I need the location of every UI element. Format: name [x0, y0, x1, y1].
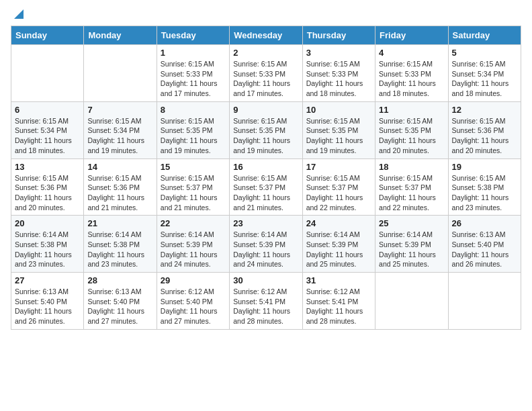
day-info: Sunrise: 6:14 AM Sunset: 5:38 PM Dayligh…	[87, 230, 152, 269]
calendar-cell: 31Sunrise: 6:12 AM Sunset: 5:41 PM Dayli…	[302, 273, 375, 330]
calendar-cell: 19Sunrise: 6:15 AM Sunset: 5:38 PM Dayli…	[448, 158, 521, 216]
calendar-cell: 14Sunrise: 6:15 AM Sunset: 5:36 PM Dayli…	[84, 158, 157, 216]
calendar-cell: 13Sunrise: 6:15 AM Sunset: 5:36 PM Dayli…	[11, 158, 84, 216]
day-number: 18	[379, 162, 444, 172]
day-info: Sunrise: 6:15 AM Sunset: 5:36 PM Dayligh…	[15, 173, 80, 213]
day-number: 2	[233, 48, 298, 58]
calendar-cell	[448, 273, 521, 330]
day-number: 1	[161, 48, 226, 58]
day-number: 19	[452, 162, 517, 172]
day-number: 14	[87, 162, 152, 172]
calendar-week-1: 1Sunrise: 6:15 AM Sunset: 5:33 PM Daylig…	[11, 45, 521, 102]
calendar-cell: 11Sunrise: 6:15 AM Sunset: 5:35 PM Dayli…	[375, 101, 448, 158]
day-number: 27	[15, 275, 80, 285]
day-number: 21	[87, 218, 152, 228]
logo	[11, 11, 24, 20]
day-number: 5	[452, 48, 517, 58]
calendar-cell: 18Sunrise: 6:15 AM Sunset: 5:37 PM Dayli…	[375, 158, 448, 216]
day-info: Sunrise: 6:15 AM Sunset: 5:33 PM Dayligh…	[306, 59, 371, 99]
calendar-cell: 1Sunrise: 6:15 AM Sunset: 5:33 PM Daylig…	[157, 45, 229, 102]
day-info: Sunrise: 6:15 AM Sunset: 5:35 PM Dayligh…	[379, 116, 444, 156]
calendar-cell: 4Sunrise: 6:15 AM Sunset: 5:33 PM Daylig…	[375, 45, 448, 102]
day-info: Sunrise: 6:15 AM Sunset: 5:34 PM Dayligh…	[87, 116, 152, 156]
calendar-cell: 8Sunrise: 6:15 AM Sunset: 5:35 PM Daylig…	[157, 101, 229, 158]
day-info: Sunrise: 6:15 AM Sunset: 5:35 PM Dayligh…	[161, 116, 226, 156]
calendar-header-row: SundayMondayTuesdayWednesdayThursdayFrid…	[11, 26, 521, 45]
day-number: 20	[15, 218, 80, 228]
calendar-cell: 30Sunrise: 6:12 AM Sunset: 5:41 PM Dayli…	[230, 273, 302, 330]
day-number: 12	[452, 105, 517, 115]
calendar-cell: 10Sunrise: 6:15 AM Sunset: 5:35 PM Dayli…	[302, 101, 375, 158]
calendar-week-2: 6Sunrise: 6:15 AM Sunset: 5:34 PM Daylig…	[11, 101, 521, 158]
day-number: 23	[233, 218, 298, 228]
day-info: Sunrise: 6:15 AM Sunset: 5:37 PM Dayligh…	[161, 173, 226, 213]
calendar-week-4: 20Sunrise: 6:14 AM Sunset: 5:38 PM Dayli…	[11, 216, 521, 273]
day-number: 8	[161, 105, 226, 115]
day-number: 4	[379, 48, 444, 58]
day-number: 22	[161, 218, 226, 228]
day-number: 17	[306, 162, 371, 172]
day-info: Sunrise: 6:14 AM Sunset: 5:39 PM Dayligh…	[379, 230, 444, 269]
day-info: Sunrise: 6:15 AM Sunset: 5:33 PM Dayligh…	[379, 59, 444, 99]
calendar-cell: 21Sunrise: 6:14 AM Sunset: 5:38 PM Dayli…	[84, 216, 157, 273]
day-number: 6	[15, 105, 80, 115]
calendar-cell: 15Sunrise: 6:15 AM Sunset: 5:37 PM Dayli…	[157, 158, 229, 216]
calendar-cell: 20Sunrise: 6:14 AM Sunset: 5:38 PM Dayli…	[11, 216, 84, 273]
calendar-cell	[375, 273, 448, 330]
day-info: Sunrise: 6:15 AM Sunset: 5:37 PM Dayligh…	[379, 173, 444, 213]
day-info: Sunrise: 6:13 AM Sunset: 5:40 PM Dayligh…	[15, 287, 80, 326]
header-monday: Monday	[84, 26, 157, 45]
header-wednesday: Wednesday	[230, 26, 302, 45]
day-info: Sunrise: 6:12 AM Sunset: 5:40 PM Dayligh…	[161, 287, 226, 326]
calendar-cell	[11, 45, 84, 102]
calendar-cell: 3Sunrise: 6:15 AM Sunset: 5:33 PM Daylig…	[302, 45, 375, 102]
day-number: 3	[306, 48, 371, 58]
day-info: Sunrise: 6:15 AM Sunset: 5:38 PM Dayligh…	[452, 173, 517, 213]
calendar-cell: 12Sunrise: 6:15 AM Sunset: 5:36 PM Dayli…	[448, 101, 521, 158]
calendar-cell: 7Sunrise: 6:15 AM Sunset: 5:34 PM Daylig…	[84, 101, 157, 158]
day-number: 25	[379, 218, 444, 228]
day-number: 28	[87, 275, 152, 285]
day-number: 7	[87, 105, 152, 115]
day-info: Sunrise: 6:15 AM Sunset: 5:37 PM Dayligh…	[306, 173, 371, 213]
day-info: Sunrise: 6:15 AM Sunset: 5:34 PM Dayligh…	[452, 59, 517, 99]
day-number: 13	[15, 162, 80, 172]
logo-triangle-icon	[11, 8, 24, 20]
day-info: Sunrise: 6:13 AM Sunset: 5:40 PM Dayligh…	[452, 230, 517, 269]
day-number: 24	[306, 218, 371, 228]
page-header	[11, 11, 521, 20]
calendar-cell: 27Sunrise: 6:13 AM Sunset: 5:40 PM Dayli…	[11, 273, 84, 330]
day-info: Sunrise: 6:15 AM Sunset: 5:35 PM Dayligh…	[306, 116, 371, 156]
calendar-cell: 23Sunrise: 6:14 AM Sunset: 5:39 PM Dayli…	[230, 216, 302, 273]
day-info: Sunrise: 6:15 AM Sunset: 5:35 PM Dayligh…	[233, 116, 298, 156]
day-info: Sunrise: 6:15 AM Sunset: 5:33 PM Dayligh…	[233, 59, 298, 99]
day-info: Sunrise: 6:14 AM Sunset: 5:39 PM Dayligh…	[233, 230, 298, 269]
calendar-cell: 22Sunrise: 6:14 AM Sunset: 5:39 PM Dayli…	[157, 216, 229, 273]
day-number: 26	[452, 218, 517, 228]
day-info: Sunrise: 6:14 AM Sunset: 5:39 PM Dayligh…	[161, 230, 226, 269]
day-info: Sunrise: 6:15 AM Sunset: 5:36 PM Dayligh…	[87, 173, 152, 213]
day-info: Sunrise: 6:15 AM Sunset: 5:33 PM Dayligh…	[161, 59, 226, 99]
day-number: 9	[233, 105, 298, 115]
day-number: 16	[233, 162, 298, 172]
header-thursday: Thursday	[302, 26, 375, 45]
calendar-cell: 5Sunrise: 6:15 AM Sunset: 5:34 PM Daylig…	[448, 45, 521, 102]
day-number: 15	[161, 162, 226, 172]
header-friday: Friday	[375, 26, 448, 45]
header-tuesday: Tuesday	[157, 26, 229, 45]
day-number: 10	[306, 105, 371, 115]
day-info: Sunrise: 6:14 AM Sunset: 5:39 PM Dayligh…	[306, 230, 371, 269]
day-number: 11	[379, 105, 444, 115]
calendar-cell: 29Sunrise: 6:12 AM Sunset: 5:40 PM Dayli…	[157, 273, 229, 330]
calendar-cell: 26Sunrise: 6:13 AM Sunset: 5:40 PM Dayli…	[448, 216, 521, 273]
header-sunday: Sunday	[11, 26, 84, 45]
calendar-week-3: 13Sunrise: 6:15 AM Sunset: 5:36 PM Dayli…	[11, 158, 521, 216]
svg-marker-0	[14, 9, 24, 19]
day-info: Sunrise: 6:13 AM Sunset: 5:40 PM Dayligh…	[87, 287, 152, 326]
day-number: 31	[306, 275, 371, 285]
calendar-cell: 2Sunrise: 6:15 AM Sunset: 5:33 PM Daylig…	[230, 45, 302, 102]
day-info: Sunrise: 6:15 AM Sunset: 5:34 PM Dayligh…	[15, 116, 80, 156]
calendar-week-5: 27Sunrise: 6:13 AM Sunset: 5:40 PM Dayli…	[11, 273, 521, 330]
day-info: Sunrise: 6:12 AM Sunset: 5:41 PM Dayligh…	[233, 287, 298, 326]
day-info: Sunrise: 6:14 AM Sunset: 5:38 PM Dayligh…	[15, 230, 80, 269]
